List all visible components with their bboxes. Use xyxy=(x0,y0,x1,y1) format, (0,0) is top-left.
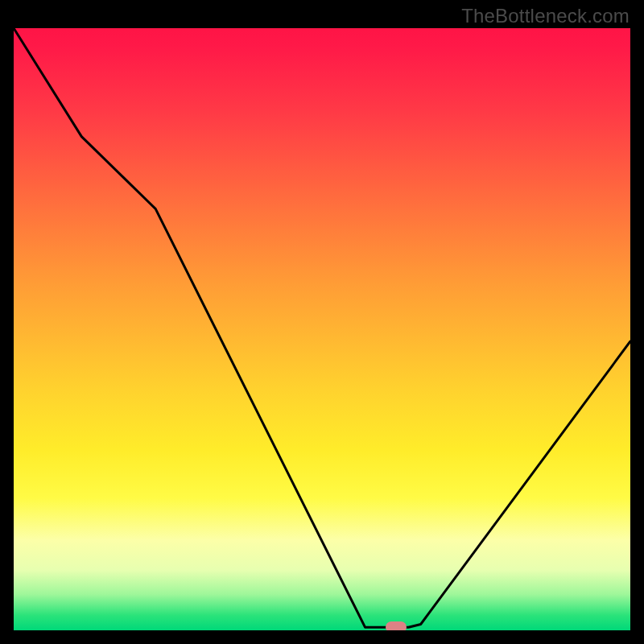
bottleneck-curve xyxy=(14,28,630,627)
curve-svg xyxy=(14,28,630,630)
chart-frame: TheBottleneck.com xyxy=(0,0,644,644)
watermark-text: TheBottleneck.com xyxy=(461,5,630,27)
plot-area xyxy=(14,28,630,630)
optimum-marker xyxy=(386,621,407,630)
